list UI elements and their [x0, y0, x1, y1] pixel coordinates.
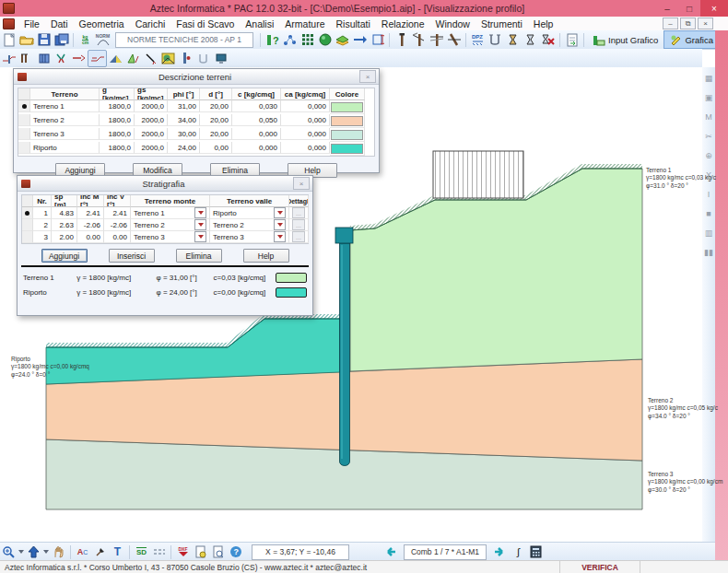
col-ca[interactable]: ca [kg/cmq]: [281, 88, 330, 100]
phase-hourglass-icon[interactable]: [504, 32, 522, 48]
prev-comb-icon[interactable]: [381, 544, 398, 560]
zoom-caret-icon[interactable]: [18, 544, 25, 560]
menu-analisi[interactable]: Analisi: [240, 18, 279, 29]
help-icon[interactable]: ?: [227, 544, 244, 560]
diagram-icon[interactable]: ∫: [510, 544, 527, 560]
menu-armature[interactable]: Armature: [279, 18, 330, 29]
pile-slope-both-icon[interactable]: [428, 32, 445, 48]
dropdown-icon[interactable]: [194, 207, 206, 218]
col-g[interactable]: g [kg/mc]: [100, 88, 135, 100]
row-marker[interactable]: [22, 219, 33, 231]
sd-tool-icon[interactable]: SD: [133, 544, 150, 560]
section-line-icon[interactable]: [142, 51, 159, 66]
minimize-icon[interactable]: –: [656, 0, 678, 17]
menu-carichi[interactable]: Carichi: [130, 18, 171, 29]
dropdown-icon[interactable]: [274, 219, 286, 230]
grid-tool-icon[interactable]: ▦: [703, 73, 714, 84]
slope-terrain-icon[interactable]: [107, 51, 124, 66]
pile-shaft[interactable]: [340, 243, 350, 466]
norms-icon[interactable]: NORM: [94, 32, 112, 48]
cell-terreno[interactable]: Terreno 1: [30, 100, 100, 112]
protractor-icon[interactable]: [124, 51, 142, 66]
col-dettagli[interactable]: Dettagli: [289, 195, 309, 207]
save-all-icon[interactable]: [53, 32, 70, 48]
profile-edit-icon[interactable]: [88, 50, 107, 67]
dropdown-icon[interactable]: [274, 231, 286, 242]
norme-selector[interactable]: NORME TECNICHE 2008 - AP 1: [115, 32, 253, 48]
col-valle[interactable]: Terreno valle: [210, 195, 289, 207]
terreni-dialog-titlebar[interactable]: Descrizione terreni ×: [14, 69, 379, 85]
mdi-minimize-icon[interactable]: –: [663, 18, 678, 29]
u-section-icon[interactable]: [487, 32, 504, 48]
screen-icon[interactable]: [212, 51, 229, 66]
image-tool-icon[interactable]: ▥: [703, 228, 714, 239]
cell-terreno[interactable]: Terreno 3: [30, 128, 100, 140]
mdi-restore-icon[interactable]: ⧉: [680, 18, 696, 29]
calculator-icon[interactable]: [527, 544, 545, 560]
pushpin-icon[interactable]: [91, 544, 109, 560]
page-clock-icon[interactable]: [192, 544, 209, 560]
axis-arrow-icon[interactable]: [351, 32, 369, 48]
inserisci-button[interactable]: Inserisci: [109, 249, 155, 263]
menu-fasi-di-scavo[interactable]: Fasi di Scavo: [170, 18, 240, 29]
wall-grid-icon[interactable]: [35, 51, 53, 66]
scissors-icon[interactable]: ✂: [703, 131, 714, 142]
col-incv[interactable]: inc V [°]: [104, 195, 131, 207]
cell-terreno[interactable]: Riporto: [30, 142, 100, 154]
phase-hourglass2-icon[interactable]: [522, 32, 539, 48]
dpz-icon[interactable]: DPZ: [469, 32, 487, 48]
text-tool-icon[interactable]: T: [109, 544, 126, 560]
col-incm[interactable]: inc M [°]: [77, 195, 104, 207]
col-sp[interactable]: sp [m]: [52, 195, 77, 207]
profile-wall-icon[interactable]: [0, 51, 18, 66]
tirante-icon[interactable]: [70, 51, 88, 66]
pile-plain-icon[interactable]: [393, 32, 410, 48]
dettagli-button[interactable]: ...: [292, 207, 305, 218]
wall-help-icon[interactable]: ?: [264, 32, 281, 48]
menu-dati[interactable]: Dati: [45, 18, 74, 29]
dettagli-button[interactable]: ...: [292, 231, 305, 242]
terreni-close-icon[interactable]: ×: [359, 70, 376, 83]
menu-file[interactable]: File: [18, 18, 45, 29]
print-preview-icon[interactable]: [209, 544, 227, 560]
row-marker[interactable]: [22, 231, 33, 243]
pile-slope-left-icon[interactable]: [410, 32, 428, 48]
dxf-export-icon[interactable]: DXF: [174, 544, 192, 560]
section-dim-icon[interactable]: [369, 32, 386, 48]
pali-row-icon[interactable]: [18, 51, 35, 66]
new-file-icon[interactable]: [0, 32, 18, 48]
pan-up-icon[interactable]: [25, 544, 42, 560]
stratigrafia-close-icon[interactable]: ×: [293, 177, 310, 190]
pile-tilt-icon[interactable]: [445, 32, 463, 48]
next-comb-icon[interactable]: [492, 544, 510, 560]
menu-help[interactable]: Help: [528, 18, 559, 29]
sphere-icon[interactable]: [316, 32, 334, 48]
snapshot-icon[interactable]: ▣: [703, 92, 714, 103]
layers-icon[interactable]: [334, 32, 351, 48]
col-phi[interactable]: phi [°]: [168, 88, 200, 100]
cell-terreno[interactable]: Terreno 2: [30, 114, 100, 126]
ruler-dashes-icon[interactable]: [150, 544, 168, 560]
hand-pan-icon[interactable]: [50, 544, 67, 560]
phase-delete-icon[interactable]: [539, 32, 557, 48]
distributed-load[interactable]: [433, 151, 523, 198]
dettagli-button[interactable]: ...: [292, 219, 305, 230]
pan-caret-icon[interactable]: [42, 544, 50, 560]
mdi-close-icon[interactable]: ×: [698, 18, 713, 29]
close-icon[interactable]: ×: [700, 0, 728, 17]
menu-relazione[interactable]: Relazione: [376, 18, 430, 29]
menu-strumenti[interactable]: Strumenti: [476, 18, 528, 29]
menu-geometria[interactable]: Geometria: [74, 18, 130, 29]
dropdown-icon[interactable]: [194, 219, 206, 230]
mesh-grid-icon[interactable]: [299, 32, 316, 48]
stratigrafia-dialog-titlebar[interactable]: Stratigrafia ×: [18, 176, 312, 192]
annotate-ac-icon[interactable]: AC: [74, 544, 91, 560]
dropdown-icon[interactable]: [194, 231, 206, 242]
col-colore[interactable]: Colore: [330, 88, 365, 100]
open-folder-icon[interactable]: [18, 32, 35, 48]
row-marker[interactable]: [18, 114, 30, 126]
row-marker[interactable]: [18, 142, 30, 154]
col-c[interactable]: c [kg/cmq]: [232, 88, 281, 100]
menu-window[interactable]: Window: [430, 18, 476, 29]
help-button[interactable]: Help: [243, 249, 289, 263]
